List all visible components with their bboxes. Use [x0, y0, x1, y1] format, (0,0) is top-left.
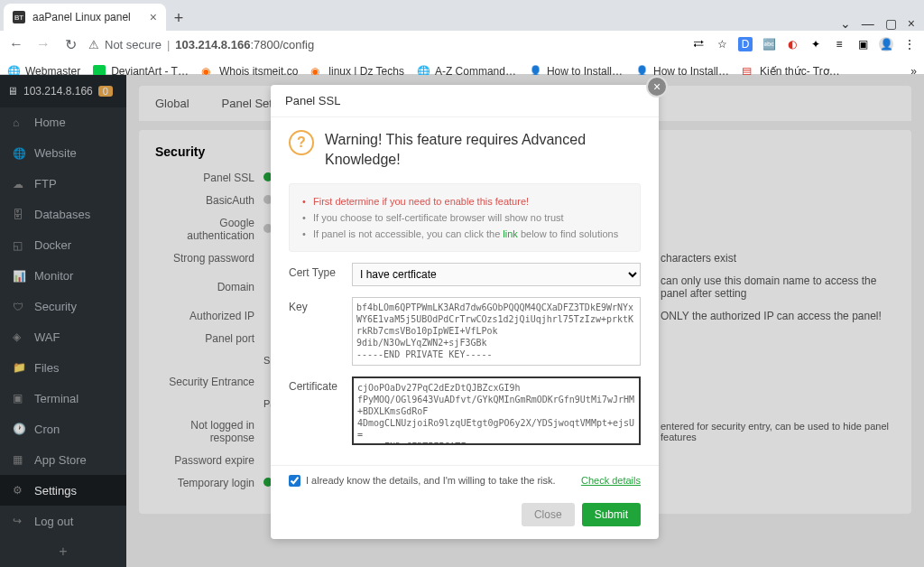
close-icon[interactable]: × — [150, 10, 157, 24]
panel-ssl-modal: × Panel SSL ? Warning! This feature requ… — [271, 85, 659, 539]
chevron-down-icon[interactable]: ⌄ — [840, 16, 851, 31]
address-bar[interactable]: ⚠ Not secure | 103.214.8.166:7800/config — [88, 38, 682, 51]
menu-icon[interactable]: ⋮ — [902, 37, 917, 51]
addr-host: 103.214.8.166 — [175, 38, 250, 51]
forward-icon[interactable]: → — [34, 36, 52, 52]
notice-item: If panel is not accessible, you can clic… — [302, 226, 627, 242]
avatar[interactable]: 👤 — [879, 37, 893, 51]
reading-list-icon[interactable]: ≡ — [832, 37, 846, 51]
warning-text: Warning! This feature requires Advanced … — [325, 130, 641, 171]
addr-path: :7800/config — [250, 38, 314, 51]
agree-checkbox[interactable] — [289, 475, 300, 487]
key-textarea[interactable]: bf4bLOm6QPTPWmLK3ARd7dw6GObPQQQM4QCXaDFZ… — [352, 297, 641, 366]
cert-type-label: Cert Type — [289, 263, 352, 279]
certificate-textarea[interactable]: cjOoPOaDv27PqC2dEzDtQJBZcxGI9h fPyMOQ/OG… — [352, 376, 641, 445]
extensions-icon[interactable]: ✦ — [808, 37, 823, 51]
close-icon[interactable]: × — [646, 76, 668, 98]
certificate-label: Certificate — [289, 376, 352, 393]
maximize-icon[interactable]: ▢ — [885, 16, 897, 31]
extension-icon[interactable]: D — [738, 37, 753, 51]
notice-item: First determine if you need to enable th… — [302, 193, 627, 209]
agree-label: I already know the details, and I'm will… — [306, 475, 556, 486]
close-button[interactable]: Close — [522, 503, 575, 526]
ublock-icon[interactable]: ◐ — [785, 37, 799, 51]
check-details-link[interactable]: Check details — [581, 475, 641, 486]
warning-icon: ⚠ — [88, 38, 99, 51]
star-icon[interactable]: ☆ — [715, 37, 729, 51]
reload-icon[interactable]: ↻ — [61, 36, 79, 53]
favicon: BT — [13, 11, 25, 23]
minimize-icon[interactable]: — — [862, 16, 874, 31]
tab-title: aaPanel Linux panel — [32, 11, 131, 23]
cert-type-select[interactable]: I have certficate — [352, 263, 641, 286]
notice-box: First determine if you need to enable th… — [289, 183, 641, 252]
submit-button[interactable]: Submit — [582, 503, 641, 526]
modal-title: Panel SSL — [271, 85, 659, 117]
not-secure-label: Not secure — [105, 38, 162, 51]
browser-tab[interactable]: BT aaPanel Linux panel × — [4, 4, 166, 31]
share-icon[interactable]: ⮂ — [691, 37, 706, 51]
window-close-icon[interactable]: × — [908, 16, 915, 31]
new-tab-button[interactable]: + — [166, 5, 191, 31]
question-icon: ? — [289, 130, 314, 155]
tab-icon[interactable]: ▣ — [855, 37, 870, 51]
translate-icon[interactable]: 🔤 — [762, 37, 776, 51]
notice-item: If you choose to self-certificate browse… — [302, 209, 627, 226]
back-icon[interactable]: ← — [7, 36, 25, 52]
link[interactable]: link — [503, 228, 518, 239]
key-label: Key — [289, 297, 352, 313]
